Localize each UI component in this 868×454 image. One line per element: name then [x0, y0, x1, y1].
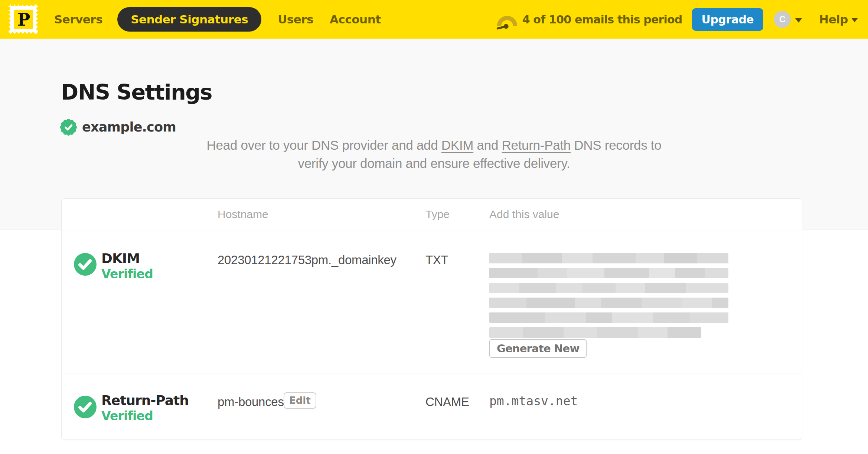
column-header-add-this-value: Add this value: [489, 209, 559, 220]
avatar[interactable]: C: [774, 11, 791, 28]
redacted-bar: [489, 268, 728, 278]
redacted-bar: [489, 327, 701, 338]
status-badge: Verified: [101, 410, 153, 422]
check-circle-icon: [74, 253, 97, 276]
intro-part1: Head over to your DNS provider and add: [207, 138, 441, 152]
redacted-bar: [489, 253, 728, 263]
help-label[interactable]: Help: [819, 13, 848, 26]
page-title: DNS Settings: [61, 82, 212, 103]
main-content: DNS Settings example.com Head over to yo…: [0, 39, 868, 454]
intro-text: Head over to your DNS provider and add D…: [193, 136, 675, 172]
row-divider: [62, 373, 802, 373]
upgrade-button[interactable]: Upgrade: [692, 8, 764, 31]
domain-name: example.com: [82, 121, 176, 134]
generate-new-button[interactable]: Generate New: [489, 339, 587, 358]
chevron-down-icon: [851, 17, 858, 23]
type-cell: TXT: [425, 254, 448, 266]
redacted-dkim-value: [489, 253, 728, 342]
postmark-logo[interactable]: P: [7, 3, 39, 35]
nav-item-servers[interactable]: Servers: [54, 13, 102, 26]
record-name: DKIM: [101, 252, 140, 265]
nav-item-users[interactable]: Users: [278, 13, 313, 26]
gauge-icon: [496, 11, 518, 30]
hostname-cell: pm-bounces: [218, 396, 284, 408]
status-badge: Verified: [101, 268, 153, 280]
value-cell: pm.mtasv.net: [489, 395, 578, 407]
redacted-bar: [489, 283, 728, 293]
dns-records-card: Hostname Type Add this value DKIM Verifi…: [61, 198, 802, 440]
column-header-type: Type: [425, 209, 450, 220]
column-header-hostname: Hostname: [218, 209, 268, 220]
hostname-cell: 20230121221753pm._domainkey: [218, 254, 397, 266]
type-cell: CNAME: [425, 396, 469, 408]
return-path-link[interactable]: Return-Path: [502, 138, 571, 152]
usage-counter: 4 of 100 emails this period: [522, 13, 682, 26]
nav-item-sender-signatures-active[interactable]: Sender Signatures: [117, 7, 261, 32]
account-menu[interactable]: C: [774, 11, 803, 28]
intro-line2: verify your domain and ensure effective …: [298, 156, 570, 171]
verified-badge-icon: [60, 119, 77, 136]
nav-item-account[interactable]: Account: [330, 13, 381, 26]
intro-part2: and: [473, 138, 502, 152]
logo-letter: P: [17, 10, 30, 30]
dkim-link[interactable]: DKIM: [441, 138, 473, 152]
redacted-bar: [489, 298, 728, 308]
top-nav: P Servers Sender Signatures Users Accoun…: [0, 0, 868, 39]
intro-part3: DNS records to: [571, 138, 661, 152]
redacted-bar: [489, 312, 728, 323]
edit-button[interactable]: Edit: [284, 392, 316, 409]
record-name: Return-Path: [101, 394, 189, 407]
check-circle-icon: [74, 396, 97, 418]
chevron-down-icon: [794, 17, 803, 23]
domain-row: example.com: [60, 119, 176, 136]
header-divider: [62, 230, 802, 230]
help-menu[interactable]: Help: [819, 13, 858, 26]
